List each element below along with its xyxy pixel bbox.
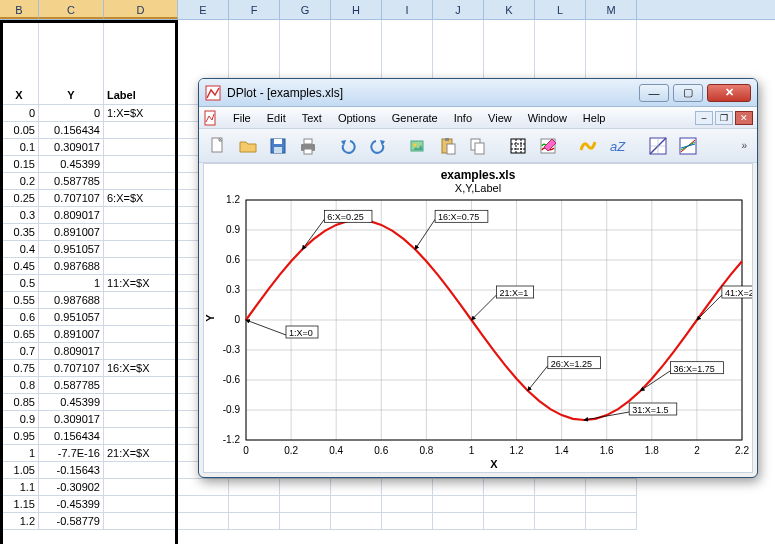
data-cell[interactable] <box>331 513 382 530</box>
data-cell[interactable] <box>104 394 178 411</box>
data-cell[interactable] <box>484 496 535 513</box>
col-header-B[interactable]: B <box>0 0 39 19</box>
mdi-restore-button[interactable]: ❐ <box>715 111 733 125</box>
copy-pic-button[interactable] <box>405 133 431 159</box>
data-cell[interactable] <box>104 343 178 360</box>
data-cell[interactable] <box>382 513 433 530</box>
data-cell[interactable] <box>229 479 280 496</box>
data-cell[interactable]: 0.65 <box>0 326 39 343</box>
save-button[interactable] <box>265 133 291 159</box>
data-cell[interactable]: 0.45399 <box>39 156 104 173</box>
data-cell[interactable]: 0.891007 <box>39 224 104 241</box>
col-header-H[interactable]: H <box>331 0 382 19</box>
az-button[interactable]: aZ <box>605 133 631 159</box>
data-cell[interactable]: 0.309017 <box>39 411 104 428</box>
header-cell[interactable]: X <box>0 20 39 105</box>
data-cell[interactable]: 0.2 <box>0 173 39 190</box>
titlebar[interactable]: DPlot - [examples.xls] — ▢ ✕ <box>199 79 757 107</box>
menu-view[interactable]: View <box>480 110 520 126</box>
data-cell[interactable]: -7.7E-16 <box>39 445 104 462</box>
data-cell[interactable]: 0.45399 <box>39 394 104 411</box>
menu-file[interactable]: File <box>225 110 259 126</box>
data-cell[interactable] <box>104 326 178 343</box>
data-cell[interactable]: -0.58779 <box>39 513 104 530</box>
col-header-C[interactable]: C <box>39 0 104 19</box>
data-cell[interactable]: 0.8 <box>0 377 39 394</box>
data-cell[interactable]: 0.891007 <box>39 326 104 343</box>
data-cell[interactable] <box>104 258 178 275</box>
data-cell[interactable] <box>484 479 535 496</box>
data-cell[interactable] <box>178 513 229 530</box>
data-cell[interactable] <box>104 411 178 428</box>
data-cell[interactable]: 0.809017 <box>39 343 104 360</box>
data-cell[interactable]: 0.951057 <box>39 241 104 258</box>
data-cell[interactable] <box>382 479 433 496</box>
data-cell[interactable]: 0.25 <box>0 190 39 207</box>
header-cell[interactable]: Label <box>104 20 178 105</box>
data-cell[interactable] <box>104 428 178 445</box>
data-cell[interactable] <box>586 479 637 496</box>
data-cell[interactable]: 0.75 <box>0 360 39 377</box>
col-header-D[interactable]: D <box>104 0 178 19</box>
col-header-G[interactable]: G <box>280 0 331 19</box>
data-cell[interactable] <box>280 479 331 496</box>
data-cell[interactable] <box>535 496 586 513</box>
data-cell[interactable] <box>178 496 229 513</box>
data-cell[interactable] <box>433 479 484 496</box>
grid-settings-button[interactable] <box>505 133 531 159</box>
data-cell[interactable]: 0.3 <box>0 207 39 224</box>
data-cell[interactable]: 0.156434 <box>39 122 104 139</box>
data-cell[interactable] <box>104 224 178 241</box>
data-cell[interactable] <box>104 139 178 156</box>
data-cell[interactable]: 0.951057 <box>39 309 104 326</box>
data-cell[interactable] <box>586 513 637 530</box>
col-header-F[interactable]: F <box>229 0 280 19</box>
data-cell[interactable]: 0.1 <box>0 139 39 156</box>
data-cell[interactable]: 0.309017 <box>39 139 104 156</box>
col-header-K[interactable]: K <box>484 0 535 19</box>
data-cell[interactable]: 0.6 <box>0 309 39 326</box>
data-cell[interactable] <box>331 479 382 496</box>
new-button[interactable] <box>205 133 231 159</box>
data-cell[interactable]: 0.9 <box>0 411 39 428</box>
minimize-button[interactable]: — <box>639 84 669 102</box>
menu-options[interactable]: Options <box>330 110 384 126</box>
undo-button[interactable] <box>335 133 361 159</box>
data-cell[interactable]: 0.95 <box>0 428 39 445</box>
linear-scale-button[interactable] <box>645 133 671 159</box>
redo-button[interactable] <box>365 133 391 159</box>
multi-line-button[interactable] <box>675 133 701 159</box>
data-cell[interactable]: 1 <box>0 445 39 462</box>
data-cell[interactable]: 1.2 <box>0 513 39 530</box>
data-cell[interactable]: 0 <box>0 105 39 122</box>
data-cell[interactable]: 21:X=$X <box>104 445 178 462</box>
close-button[interactable]: ✕ <box>707 84 751 102</box>
data-cell[interactable] <box>535 479 586 496</box>
data-cell[interactable] <box>104 513 178 530</box>
chart-canvas[interactable]: 00.20.40.60.811.21.41.61.822.2-1.2-0.9-0… <box>204 194 752 472</box>
line-color-button[interactable] <box>535 133 561 159</box>
mdi-close-button[interactable]: ✕ <box>735 111 753 125</box>
data-cell[interactable] <box>104 241 178 258</box>
open-button[interactable] <box>235 133 261 159</box>
data-cell[interactable]: 0.707107 <box>39 360 104 377</box>
data-cell[interactable] <box>104 309 178 326</box>
data-cell[interactable] <box>178 479 229 496</box>
data-cell[interactable]: 0.4 <box>0 241 39 258</box>
data-cell[interactable] <box>433 496 484 513</box>
data-cell[interactable]: 0.587785 <box>39 377 104 394</box>
data-cell[interactable]: 0.35 <box>0 224 39 241</box>
data-cell[interactable]: 0.7 <box>0 343 39 360</box>
data-cell[interactable]: 0.987688 <box>39 258 104 275</box>
data-cell[interactable] <box>229 496 280 513</box>
data-cell[interactable] <box>104 479 178 496</box>
data-cell[interactable]: -0.30902 <box>39 479 104 496</box>
data-cell[interactable] <box>104 462 178 479</box>
menu-edit[interactable]: Edit <box>259 110 294 126</box>
menu-help[interactable]: Help <box>575 110 614 126</box>
data-cell[interactable] <box>280 513 331 530</box>
menu-generate[interactable]: Generate <box>384 110 446 126</box>
data-cell[interactable] <box>104 496 178 513</box>
data-cell[interactable]: 16:X=$X <box>104 360 178 377</box>
paste-button[interactable] <box>435 133 461 159</box>
